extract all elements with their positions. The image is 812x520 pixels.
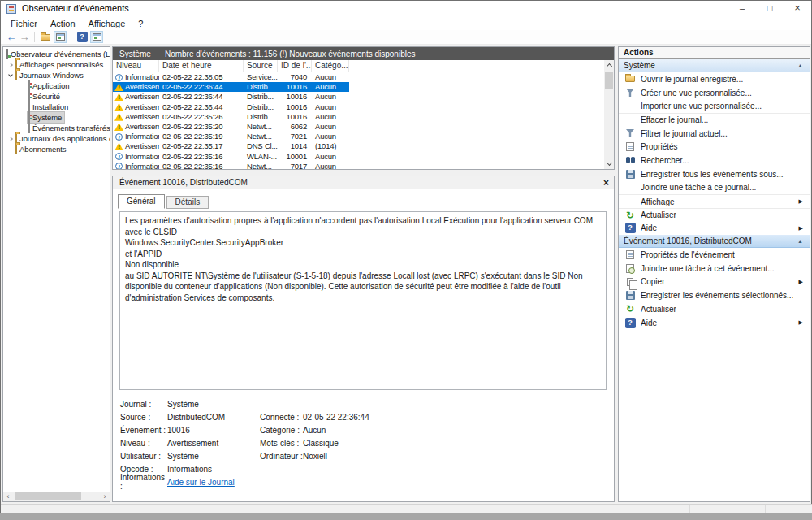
action-create-custom-view[interactable]: Créer une vue personnalisée... [619, 86, 810, 100]
events-count-summary: Nombre d'événements : 11.156 (!) Nouveau… [165, 50, 416, 58]
toolbar: ← → ? [1, 30, 811, 45]
tab-general[interactable]: Général [118, 194, 165, 209]
column-header-event-id[interactable]: ID de l'... [278, 60, 312, 72]
submenu-arrow-icon: ▶ [799, 225, 803, 232]
scroll-left-icon[interactable]: ‹ [3, 492, 13, 501]
actions-group-event[interactable]: Événement 10016, DistributedCOM ▲ [619, 235, 810, 248]
scrollbar-thumb[interactable] [605, 72, 613, 89]
maximize-icon[interactable]: □ [756, 1, 784, 17]
collapse-icon[interactable]: ▲ [797, 63, 803, 68]
column-header-source[interactable]: Source [244, 60, 278, 72]
chevron-right-icon[interactable] [8, 136, 13, 141]
event-row-selected[interactable]: !Avertissement 02-05-22 22:36:44 Distrib… [113, 82, 349, 92]
chevron-down-icon[interactable] [8, 72, 13, 77]
column-header-date[interactable]: Date et heure [159, 60, 244, 72]
action-help-submenu[interactable]: ? Aide ▶ [619, 222, 810, 236]
log-help-link[interactable]: Aide sur le Journal [167, 478, 235, 487]
scroll-up-icon[interactable] [604, 60, 614, 70]
event-row[interactable]: !Avertissement 02-05-22 22:36:44 Distrib… [113, 102, 349, 112]
event-row[interactable]: !Avertissement 02-05-22 22:35:26 Distrib… [113, 112, 349, 122]
action-attach-task-to-log[interactable]: Joindre une tâche à ce journal... [619, 181, 810, 195]
actions-title: Actions [619, 47, 810, 59]
toolbar-separator [34, 32, 35, 42]
event-row[interactable]: iInformation 02-05-22 22:35:19 Netwt... … [113, 132, 349, 141]
save-icon [624, 169, 636, 180]
action-pane-icon[interactable] [90, 31, 103, 43]
action-find[interactable]: Rechercher... [619, 154, 810, 167]
menu-action[interactable]: Action [44, 17, 82, 30]
scroll-down-icon[interactable] [604, 159, 614, 169]
help-icon: ? [624, 318, 636, 328]
tab-details[interactable]: Détails [166, 196, 209, 209]
action-view-submenu[interactable]: Affichage ▶ [619, 194, 810, 208]
column-header-category[interactable]: Catégo... [312, 60, 349, 72]
event-row[interactable]: iInformation 02-05-22 22:35:16 Netwt... … [113, 162, 349, 169]
action-attach-task-to-event[interactable]: Joindre une tâche à cet événement... [619, 262, 810, 275]
log-icon [28, 80, 30, 91]
window-title: Observateur d'événements [22, 3, 129, 13]
open-saved-log-icon[interactable] [39, 31, 52, 43]
action-save-all-events[interactable]: Enregistrer tous les événements sous... [619, 167, 810, 181]
tree-item-subscriptions[interactable]: Abonnements [3, 144, 110, 154]
scrollbar-thumb[interactable] [15, 492, 81, 500]
action-properties[interactable]: Propriétés [619, 140, 810, 154]
field-label-opcode: Opcode : [120, 465, 167, 474]
event-description: Les paramètres d'autorisation propres à … [119, 211, 607, 390]
field-value-source: DistributedCOM [167, 413, 225, 422]
tree-item-security[interactable]: Sécurité [3, 91, 110, 102]
help-icon[interactable]: ? [76, 31, 89, 43]
copy-icon [624, 276, 636, 287]
field-value-opcode: Informations [167, 465, 212, 474]
tree-item-system[interactable]: Système [3, 112, 110, 123]
field-value-connecte: 02-05-22 22:36:44 [303, 413, 369, 422]
menu-help[interactable]: ? [132, 17, 149, 30]
event-rows: iInformation 02-05-22 22:38:05 Service..… [113, 72, 604, 169]
info-icon: i [115, 162, 123, 169]
chevron-right-icon[interactable] [8, 63, 13, 67]
back-icon[interactable]: ← [5, 31, 18, 44]
close-icon[interactable]: × [784, 1, 811, 17]
event-row[interactable]: iInformation 02-05-22 22:38:05 Service..… [113, 72, 349, 82]
action-copy-submenu[interactable]: Copier ▶ [619, 275, 810, 289]
tree-horizontal-scrollbar[interactable]: ‹ › [3, 492, 110, 501]
console-tree-icon[interactable] [54, 31, 67, 43]
tree-item-windows-logs[interactable]: Journaux Windows [3, 70, 110, 80]
scroll-right-icon[interactable]: › [100, 492, 110, 501]
action-clear-log[interactable]: Effacer le journal... [619, 113, 810, 127]
log-icon [28, 123, 30, 133]
event-row[interactable]: !Avertissement 02-05-22 22:36:44 Distrib… [113, 92, 349, 102]
menu-fichier[interactable]: Fichier [4, 17, 44, 30]
field-value-journal: Système [167, 400, 199, 409]
properties-icon [624, 141, 636, 152]
action-import-custom-view[interactable]: Importer une vue personnalisée... [619, 99, 810, 113]
action-filter-current-log[interactable]: Filtrer le journal actuel... [619, 127, 810, 141]
submenu-arrow-icon: ▶ [799, 198, 803, 205]
tree-item-application[interactable]: Application [3, 80, 110, 91]
collapse-icon[interactable]: ▲ [797, 238, 803, 244]
action-save-selected-events[interactable]: Enregistrer les événements sélectionnés.… [619, 288, 810, 302]
events-vertical-scrollbar[interactable] [604, 60, 614, 169]
log-name: Système [119, 50, 151, 58]
field-value-ordinateur: Noxiell [303, 452, 327, 461]
action-event-properties[interactable]: Propriétés de l'événement [619, 248, 810, 262]
event-row[interactable]: !Avertissement 02-05-22 22:35:20 Netwt..… [113, 122, 349, 132]
action-help-event-submenu[interactable]: ? Aide ▶ [619, 316, 810, 330]
details-tabs: Général Détails [118, 194, 210, 209]
column-header-niveau[interactable]: Niveau [113, 60, 159, 72]
minimize-icon[interactable]: – [728, 1, 756, 17]
tree-item-setup[interactable]: Installation [3, 102, 110, 112]
action-refresh-event[interactable]: ↻ Actualiser [619, 302, 810, 316]
event-row[interactable]: iInformation 02-05-22 22:35:16 WLAN-... … [113, 152, 349, 162]
close-details-icon[interactable]: × [603, 177, 609, 188]
save-icon [624, 290, 636, 301]
info-icon: i [115, 74, 123, 81]
event-viewer-window: Observateur d'événements – □ × Fichier A… [0, 0, 812, 513]
actions-group-systeme[interactable]: Système ▲ [619, 59, 810, 72]
event-row[interactable]: !Avertissement 02-05-22 22:35:17 DNS Cl.… [113, 141, 349, 151]
binoculars-icon [624, 155, 636, 166]
windows-logs-folder-icon [15, 70, 17, 80]
action-open-saved-log[interactable]: Ouvrir le journal enregistré... [619, 72, 810, 86]
action-refresh[interactable]: ↻ Actualiser [619, 208, 810, 222]
menu-affichage[interactable]: Affichage [82, 17, 132, 30]
warning-icon: ! [114, 83, 123, 91]
